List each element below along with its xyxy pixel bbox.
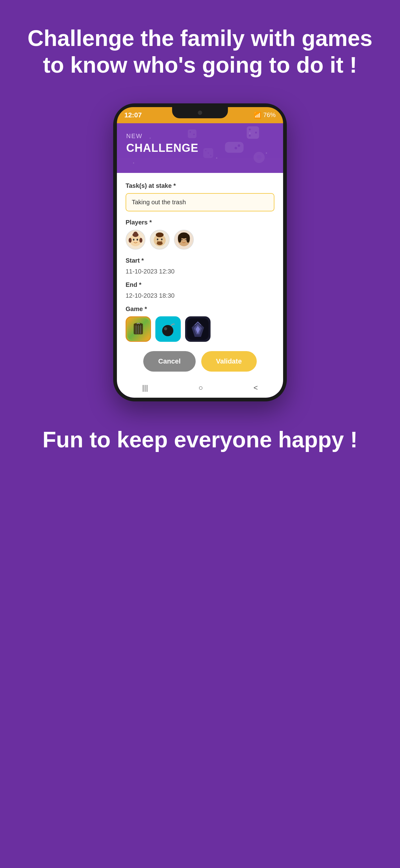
validate-button[interactable]: Validate <box>201 351 257 372</box>
svg-point-3 <box>249 135 251 136</box>
hero-text-bottom: Fun to keep everyone happy ! <box>24 408 376 478</box>
app-header: NEW CHALLENGE <box>117 123 283 173</box>
svg-point-31 <box>186 234 190 243</box>
game-icon-1[interactable] <box>126 316 151 342</box>
notch <box>172 107 228 118</box>
buttons-row: Cancel Validate <box>126 351 274 372</box>
svg-point-15 <box>210 155 211 156</box>
wifi-icon: 📶 <box>254 112 261 119</box>
header-decoration <box>167 123 283 173</box>
svg-point-26 <box>161 239 163 240</box>
avatar-2[interactable] <box>150 230 170 250</box>
notch-camera <box>198 111 202 115</box>
status-icons: 📶 76% <box>254 112 276 119</box>
svg-point-14 <box>207 152 209 154</box>
start-section: Start * 11-10-2023 12:30 <box>126 257 274 275</box>
svg-point-22 <box>139 238 143 243</box>
app-form: Task(s) at stake * Taking out the trash … <box>117 173 283 378</box>
svg-point-25 <box>157 239 159 240</box>
svg-rect-4 <box>225 142 243 153</box>
end-section: End * 12-10-2023 18:30 <box>126 281 274 299</box>
game-icon-3[interactable] <box>185 316 210 342</box>
status-time: 12:07 <box>124 111 142 119</box>
game-section: Game * <box>126 306 274 342</box>
start-label: Start * <box>126 257 274 264</box>
svg-point-20 <box>136 239 138 241</box>
start-value[interactable]: 11-10-2023 12:30 <box>126 268 274 275</box>
svg-point-11 <box>257 155 261 160</box>
svg-rect-7 <box>188 129 196 138</box>
avatar-1[interactable] <box>126 230 145 250</box>
task-label: Task(s) at stake * <box>126 182 274 189</box>
svg-point-19 <box>133 239 135 241</box>
svg-point-2 <box>255 132 257 133</box>
svg-point-18 <box>133 231 138 236</box>
nav-recent-icon[interactable]: < <box>254 383 258 392</box>
game-icon-2[interactable] <box>155 316 181 342</box>
cancel-button[interactable]: Cancel <box>143 351 195 372</box>
end-value[interactable]: 12-10-2023 18:30 <box>126 292 274 299</box>
players-section: Players * <box>126 219 274 250</box>
svg-point-5 <box>237 144 240 147</box>
svg-point-24 <box>156 232 163 237</box>
nav-home-icon[interactable]: ○ <box>198 383 203 392</box>
svg-point-6 <box>234 147 237 149</box>
svg-point-30 <box>178 234 182 243</box>
svg-point-1 <box>249 128 251 130</box>
svg-point-13 <box>205 150 206 151</box>
avatar-3[interactable] <box>174 230 194 250</box>
games-row <box>126 316 274 342</box>
players-label: Players * <box>126 219 274 226</box>
phone-mockup: 12:07 📶 76% <box>113 103 287 401</box>
nav-back-icon[interactable]: ||| <box>142 383 148 392</box>
end-label: End * <box>126 281 274 288</box>
svg-rect-0 <box>246 126 259 139</box>
phone-screen: NEW CHALLENGE Task(s) at stake * Taking … <box>117 123 283 398</box>
phone-frame: 12:07 📶 76% <box>113 103 287 401</box>
svg-point-39 <box>162 325 173 336</box>
hero-text-top: Challenge the family with games to know … <box>0 0 400 97</box>
svg-point-8 <box>190 131 191 132</box>
status-bar: 12:07 📶 76% <box>117 107 283 123</box>
svg-point-21 <box>129 238 132 243</box>
players-row <box>126 230 274 250</box>
nav-bar: ||| ○ < <box>117 378 283 398</box>
svg-point-40 <box>164 327 167 330</box>
game-label: Game * <box>126 306 274 313</box>
svg-point-9 <box>193 133 195 135</box>
task-input[interactable]: Taking out the trash <box>126 193 274 211</box>
battery-text: 76% <box>263 112 276 119</box>
